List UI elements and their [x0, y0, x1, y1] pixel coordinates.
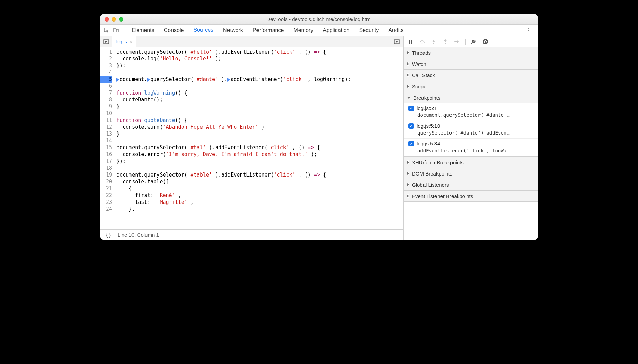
- line-number[interactable]: 16: [100, 151, 112, 158]
- line-gutter[interactable]: 123456789101112131415161718192021222324: [100, 47, 114, 229]
- line-number[interactable]: 20: [100, 178, 112, 185]
- code-line[interactable]: quoteDante();: [116, 96, 403, 103]
- minimize-window-button[interactable]: [112, 17, 116, 22]
- more-menu-icon[interactable]: ⋮: [521, 27, 536, 33]
- line-number[interactable]: 3: [100, 62, 112, 69]
- code-line[interactable]: first: 'René' ,: [116, 192, 403, 199]
- line-number[interactable]: 13: [100, 130, 112, 137]
- code-line[interactable]: });: [116, 158, 403, 165]
- code-line[interactable]: console.table([: [116, 178, 403, 185]
- pane-header[interactable]: Call Stack: [404, 70, 538, 81]
- pane-header[interactable]: Watch: [404, 58, 538, 69]
- code-editor[interactable]: 123456789101112131415161718192021222324 …: [100, 47, 403, 229]
- tab-elements[interactable]: Elements: [127, 25, 159, 36]
- pause-on-exceptions-icon[interactable]: [482, 39, 489, 44]
- close-tab-icon[interactable]: ×: [130, 39, 133, 44]
- debugger-sidebar: ThreadsWatchCall StackScopeBreakpoints✓l…: [404, 36, 538, 240]
- line-number[interactable]: 10: [100, 110, 112, 117]
- pane-header[interactable]: Event Listener Breakpoints: [404, 191, 538, 201]
- code-line[interactable]: }: [116, 130, 403, 137]
- tab-memory[interactable]: Memory: [289, 25, 318, 36]
- step-over-icon[interactable]: [419, 39, 426, 44]
- line-number[interactable]: 4: [100, 69, 112, 76]
- tab-sources[interactable]: Sources: [189, 25, 218, 36]
- pane-header[interactable]: Breakpoints: [404, 92, 538, 103]
- code-line[interactable]: });: [116, 62, 403, 69]
- line-number[interactable]: 19: [100, 171, 112, 178]
- code-content[interactable]: document.querySelector('#hello' ).addEve…: [114, 47, 403, 229]
- breakpoint-checkbox[interactable]: ✓: [408, 141, 414, 146]
- code-line[interactable]: function logWarning() {: [116, 89, 403, 96]
- breakpoint-checkbox[interactable]: ✓: [408, 123, 414, 129]
- tab-audits[interactable]: Audits: [384, 25, 408, 36]
- code-line[interactable]: [116, 83, 403, 89]
- code-line[interactable]: console.error(`I'm sorry, Dave. I'm afra…: [116, 151, 403, 158]
- line-number[interactable]: 7: [100, 89, 112, 96]
- pane-header[interactable]: Threads: [404, 47, 538, 58]
- code-line[interactable]: {: [116, 185, 403, 192]
- show-debugger-icon[interactable]: [392, 39, 401, 44]
- code-line[interactable]: }: [116, 103, 403, 110]
- line-number[interactable]: 5: [100, 76, 112, 83]
- code-line[interactable]: function quoteDante() {: [116, 117, 403, 124]
- line-number[interactable]: 18: [100, 165, 112, 171]
- tab-network[interactable]: Network: [218, 25, 248, 36]
- show-navigator-icon[interactable]: [102, 39, 111, 44]
- deactivate-breakpoints-icon[interactable]: [470, 39, 477, 44]
- inspect-element-icon[interactable]: [102, 28, 111, 33]
- line-number[interactable]: 22: [100, 192, 112, 199]
- breakpoint-item[interactable]: ✓log.js:5:1document.querySelector('#dant…: [404, 103, 538, 121]
- line-number[interactable]: 11: [100, 117, 112, 124]
- breakpoint-item[interactable]: ✓log.js:5:10querySelector('#dante').addE…: [404, 121, 538, 139]
- breakpoint-item[interactable]: ✓log.js:5:34addEventListener('click', lo…: [404, 139, 538, 156]
- tab-application[interactable]: Application: [318, 25, 354, 36]
- pretty-print-icon[interactable]: {}: [105, 232, 111, 238]
- close-window-button[interactable]: [105, 17, 109, 22]
- pane-header[interactable]: XHR/fetch Breakpoints: [404, 157, 538, 168]
- file-tab-logjs[interactable]: log.js ×: [112, 36, 136, 47]
- step-icon[interactable]: [454, 40, 460, 44]
- chevron-right-icon: [407, 62, 409, 66]
- line-number[interactable]: 2: [100, 55, 112, 62]
- line-number[interactable]: 23: [100, 199, 112, 206]
- line-number[interactable]: 1: [100, 48, 112, 55]
- breakpoint-checkbox[interactable]: ✓: [408, 106, 414, 111]
- code-line[interactable]: [116, 69, 403, 76]
- device-toolbar-icon[interactable]: [111, 28, 121, 33]
- zoom-window-button[interactable]: [119, 17, 123, 22]
- line-number[interactable]: 12: [100, 124, 112, 130]
- pane-threads: Threads: [404, 47, 538, 58]
- line-number[interactable]: 14: [100, 137, 112, 144]
- pause-icon[interactable]: [407, 39, 414, 44]
- svg-rect-18: [485, 42, 486, 43]
- line-number[interactable]: 9: [100, 103, 112, 110]
- line-number[interactable]: 8: [100, 96, 112, 103]
- tab-security[interactable]: Security: [354, 25, 384, 36]
- pane-header[interactable]: DOM Breakpoints: [404, 168, 538, 179]
- cursor-position: Line 10, Column 1: [117, 232, 159, 238]
- line-number[interactable]: 21: [100, 185, 112, 192]
- code-line[interactable]: },: [116, 206, 403, 212]
- code-line[interactable]: [116, 137, 403, 144]
- step-into-icon[interactable]: [430, 39, 437, 44]
- line-number[interactable]: 6: [100, 83, 112, 89]
- tab-performance[interactable]: Performance: [248, 25, 289, 36]
- chevron-right-icon: [407, 73, 409, 77]
- step-out-icon[interactable]: [442, 39, 449, 44]
- tab-console[interactable]: Console: [159, 25, 189, 36]
- sources-panel: log.js × 1234567891011121314151617181920…: [100, 36, 404, 240]
- code-line[interactable]: document.querySelector('#table' ).addEve…: [116, 171, 403, 178]
- pane-header[interactable]: Global Listeners: [404, 179, 538, 190]
- code-line[interactable]: console.warn('Abandon Hope All Ye Who En…: [116, 124, 403, 130]
- line-number[interactable]: 24: [100, 206, 112, 212]
- pane-header[interactable]: Scope: [404, 81, 538, 92]
- line-number[interactable]: 15: [100, 144, 112, 151]
- code-line[interactable]: last: 'Magritte' ,: [116, 199, 403, 206]
- code-line[interactable]: console.log('Hello, Console!' );: [116, 55, 403, 62]
- code-line[interactable]: document.querySelector('#dante' ).addEve…: [116, 76, 403, 83]
- code-line[interactable]: document.querySelector('#hello' ).addEve…: [116, 48, 403, 55]
- code-line[interactable]: [116, 165, 403, 171]
- code-line[interactable]: [116, 110, 403, 117]
- code-line[interactable]: document.querySelector('#hal' ).addEvent…: [116, 144, 403, 151]
- line-number[interactable]: 17: [100, 158, 112, 165]
